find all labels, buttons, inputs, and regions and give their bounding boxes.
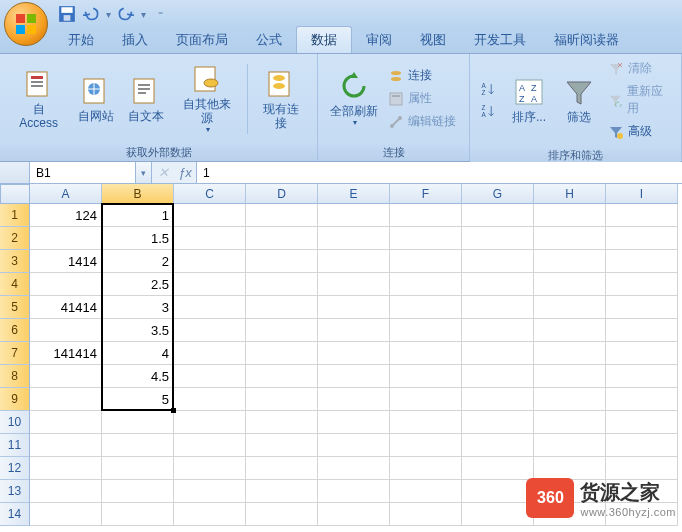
cell[interactable]: 4.5 [102,365,174,388]
row-header[interactable]: 14 [0,503,30,526]
cell[interactable] [390,388,462,411]
fill-handle[interactable] [171,408,176,413]
cell[interactable] [30,411,102,434]
cell[interactable] [174,296,246,319]
name-box[interactable]: B1 [30,162,136,183]
cell[interactable] [534,273,606,296]
cell[interactable]: 3 [102,296,174,319]
cell[interactable] [462,250,534,273]
cell[interactable] [318,319,390,342]
cell[interactable] [30,503,102,526]
cell[interactable]: 1414 [30,250,102,273]
cell[interactable] [534,457,606,480]
cell[interactable] [30,365,102,388]
cell[interactable] [606,273,678,296]
cell[interactable] [174,388,246,411]
cell[interactable] [534,319,606,342]
tab-layout[interactable]: 页面布局 [162,27,242,53]
properties-button[interactable]: 属性 [384,88,460,109]
cell[interactable] [390,250,462,273]
existing-connections-button[interactable]: 现有连接 [252,66,311,132]
cell[interactable] [246,204,318,227]
cell[interactable] [534,250,606,273]
column-header[interactable]: I [606,184,678,204]
qat-customize[interactable]: ⁼ [158,9,163,20]
formula-input[interactable]: 1 [196,162,682,183]
cell[interactable] [606,296,678,319]
tab-foxit[interactable]: 福昕阅读器 [540,27,633,53]
cell[interactable] [246,296,318,319]
cell[interactable] [318,365,390,388]
cell[interactable] [246,503,318,526]
cell[interactable] [462,342,534,365]
cell[interactable] [462,273,534,296]
cell[interactable] [390,319,462,342]
cell[interactable] [30,273,102,296]
cell[interactable]: 141414 [30,342,102,365]
cell[interactable] [174,250,246,273]
cell[interactable] [462,388,534,411]
cell[interactable] [174,273,246,296]
cell[interactable] [246,434,318,457]
cell[interactable] [606,204,678,227]
cell[interactable] [534,204,606,227]
reapply-button[interactable]: 重新应用 [604,81,675,119]
edit-links-button[interactable]: 编辑链接 [384,111,460,132]
cell[interactable] [246,388,318,411]
redo-icon[interactable] [117,5,135,23]
cell[interactable] [102,457,174,480]
cell[interactable] [606,411,678,434]
cell[interactable]: 1.5 [102,227,174,250]
cell[interactable] [318,342,390,365]
cell[interactable] [390,273,462,296]
cell[interactable] [390,365,462,388]
cell[interactable] [390,227,462,250]
tab-review[interactable]: 审阅 [352,27,406,53]
cell[interactable] [318,250,390,273]
from-web-button[interactable]: 自网站 [71,73,121,125]
cell[interactable] [174,204,246,227]
cell[interactable] [30,480,102,503]
filter-button[interactable]: 筛选 [554,74,604,126]
column-header[interactable]: A [30,184,102,204]
cell[interactable] [606,365,678,388]
sort-button[interactable]: AZZA 排序... [504,74,554,126]
row-header[interactable]: 7 [0,342,30,365]
cell[interactable] [462,204,534,227]
row-header[interactable]: 13 [0,480,30,503]
cell[interactable] [462,411,534,434]
row-header[interactable]: 4 [0,273,30,296]
cell[interactable] [174,227,246,250]
cell[interactable] [606,457,678,480]
cell[interactable] [390,457,462,480]
cell[interactable] [102,411,174,434]
from-text-button[interactable]: 自文本 [121,73,171,125]
row-header[interactable]: 9 [0,388,30,411]
row-header[interactable]: 6 [0,319,30,342]
advanced-filter-button[interactable]: 高级 [604,121,675,142]
cell[interactable] [462,480,534,503]
cell[interactable] [174,342,246,365]
cell[interactable] [390,480,462,503]
office-button[interactable] [4,2,48,46]
cell[interactable] [318,434,390,457]
cell[interactable]: 41414 [30,296,102,319]
cell[interactable]: 4 [102,342,174,365]
from-access-button[interactable]: 自 Access [6,66,71,132]
cell[interactable] [606,250,678,273]
cell[interactable] [390,296,462,319]
clear-filter-button[interactable]: 清除 [604,58,675,79]
tab-view[interactable]: 视图 [406,27,460,53]
cell[interactable] [390,434,462,457]
cell[interactable] [318,411,390,434]
column-header[interactable]: F [390,184,462,204]
cell[interactable] [30,319,102,342]
row-header[interactable]: 8 [0,365,30,388]
column-header[interactable]: H [534,184,606,204]
tab-home[interactable]: 开始 [54,27,108,53]
cell[interactable] [534,227,606,250]
row-header[interactable]: 1 [0,204,30,227]
cell[interactable] [462,434,534,457]
tab-insert[interactable]: 插入 [108,27,162,53]
cell[interactable] [606,319,678,342]
